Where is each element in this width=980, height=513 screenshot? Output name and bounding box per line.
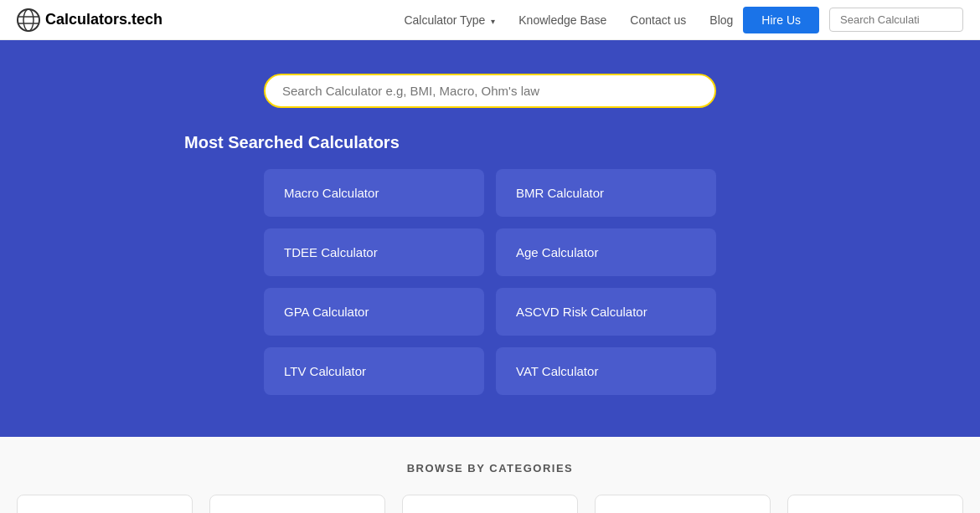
calc-tdee[interactable]: TDEE Calculator	[264, 228, 484, 276]
calc-gpa[interactable]: GPA Calculator	[264, 288, 484, 336]
nav-item-contact[interactable]: Contact us	[630, 13, 686, 28]
calc-age[interactable]: Age Calculator	[496, 228, 716, 276]
nav-links: Calculator Type ▾ Knowledge Base Contact…	[404, 13, 733, 28]
category-fitness[interactable]: Fitness calculators	[787, 495, 963, 513]
nav-link-blog[interactable]: Blog	[709, 13, 733, 27]
categories-row: Health calculators Informative calculato…	[17, 495, 963, 513]
category-finance[interactable]: Finance calculators	[402, 495, 578, 513]
browse-title: BROWSE BY CATEGORIES	[17, 462, 963, 475]
calc-bmr[interactable]: BMR Calculator	[496, 169, 716, 217]
nav-item-knowledge-base[interactable]: Knowledge Base	[518, 13, 606, 28]
nav-item-calculator-type[interactable]: Calculator Type ▾	[404, 13, 495, 28]
dropdown-arrow-icon: ▾	[491, 17, 495, 26]
hire-us-button[interactable]: Hire Us	[743, 7, 819, 33]
nav-link-contact[interactable]: Contact us	[630, 13, 686, 27]
nav-link-knowledge-base[interactable]: Knowledge Base	[518, 13, 606, 27]
hero-section: Most Searched Calculators Macro Calculat…	[0, 40, 980, 437]
browse-section: BROWSE BY CATEGORIES Health calculators …	[0, 437, 980, 513]
category-informative[interactable]: Informative calculators	[209, 495, 385, 513]
globe-icon	[17, 8, 40, 32]
navbar: Calculators.tech Calculator Type ▾ Knowl…	[0, 0, 980, 40]
calc-macro[interactable]: Macro Calculator	[264, 169, 484, 217]
calc-ascvd[interactable]: ASCVD Risk Calculator	[496, 288, 716, 336]
nav-link-calculator-type[interactable]: Calculator Type ▾	[404, 13, 495, 27]
category-health[interactable]: Health calculators	[17, 495, 193, 513]
hero-search-input[interactable]	[282, 84, 698, 98]
nav-item-blog[interactable]: Blog	[709, 13, 733, 28]
calculator-grid: Macro Calculator BMR Calculator TDEE Cal…	[264, 169, 716, 395]
svg-point-0	[18, 9, 39, 31]
brand-logo[interactable]: Calculators.tech	[17, 8, 162, 32]
hero-search-wrapper	[264, 74, 716, 108]
category-math[interactable]: Math calculators	[595, 495, 771, 513]
calc-vat[interactable]: VAT Calculator	[496, 347, 716, 395]
most-searched-title: Most Searched Calculators	[184, 133, 400, 152]
calc-ltv[interactable]: LTV Calculator	[264, 347, 484, 395]
nav-search-input[interactable]	[829, 8, 963, 32]
svg-point-1	[23, 9, 34, 31]
brand-name: Calculators.tech	[45, 11, 162, 28]
